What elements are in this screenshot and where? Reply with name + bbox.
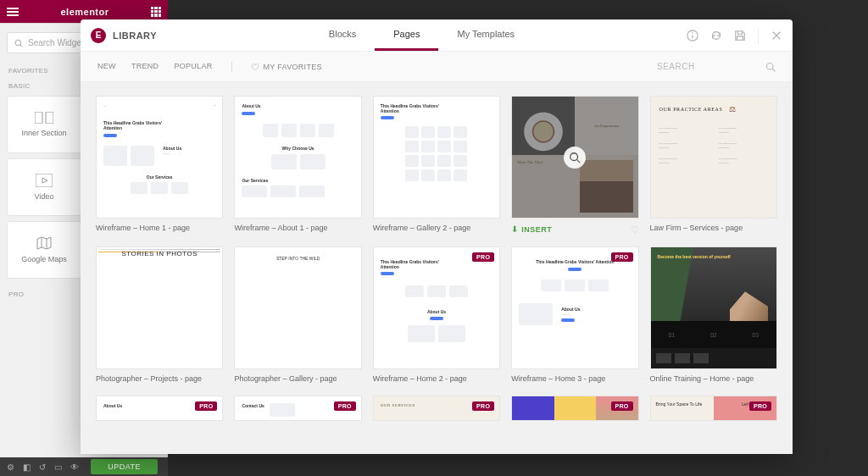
modal-header: E LIBRARY Blocks Pages My Templates [81,19,793,52]
widget-google-maps[interactable]: Google Maps [7,221,81,279]
svg-line-13 [577,159,581,163]
svg-line-1 [20,44,23,47]
brand-label: elementor [60,7,108,17]
filter-bar: NEW TREND POPULAR MY FAVORITES [97,62,322,72]
template-search[interactable] [657,62,776,72]
insert-button[interactable]: INSERT [521,225,552,234]
map-icon [36,236,53,250]
template-card[interactable]: PRO [511,396,638,421]
templates-grid: —• This Headline Grabs Visitors' Attenti… [96,96,777,421]
template-label: Wireframe – Home 3 - page [511,374,638,385]
template-thumb: —• This Headline Grabs Visitors' Attenti… [96,96,223,219]
header-actions [687,27,782,44]
preview-icon[interactable]: 👁 [70,462,79,472]
search-icon [765,62,776,72]
svg-rect-6 [36,174,53,187]
filter-popular[interactable]: POPULAR [174,62,212,72]
filter-divider [231,62,232,72]
download-icon: ⬇ [511,224,518,234]
pro-badge: PRO [472,252,494,262]
editor-footer: ⚙ ◧ ↺ ▭ 👁 UPDATE [0,457,168,476]
history-icon[interactable]: ↺ [39,462,46,472]
template-thumb: PRO Bring Your Space To LifeLet's Talk A… [650,396,777,421]
pro-badge: PRO [334,401,356,411]
update-button[interactable]: UPDATE [91,459,158,474]
widget-inner-section[interactable]: Inner Section [7,96,81,153]
filter-my-favorites[interactable]: MY FAVORITES [251,62,322,72]
pro-badge: PRO [195,401,217,411]
search-icon [14,39,23,47]
modal-subheader: NEW TREND POPULAR MY FAVORITES [81,52,793,82]
header-divider [758,27,759,44]
template-label: Photographer – Projects - page [96,374,223,385]
heart-icon [251,63,259,71]
widget-video[interactable]: Video [7,158,81,216]
template-label: Wireframe – Gallery 2 - page [373,224,500,234]
template-thumb: OUR PRACTICE AREAS⚖ — ———————— ——————— —… [650,96,777,219]
pro-badge: PRO [611,401,633,411]
save-icon[interactable] [734,30,746,42]
template-card[interactable]: PRO Bring Your Space To LifeLet's Talk A… [650,396,777,421]
template-card[interactable]: PRO Contact Us [234,396,361,421]
template-card[interactable]: An Experience Meet The Chef ⬇INSERT ♡ [511,96,638,235]
filter-trend[interactable]: TREND [131,62,159,72]
responsive-icon[interactable]: ▭ [54,462,62,472]
template-card[interactable]: STORIES IN PHOTOS Photographer – Project… [96,246,223,385]
sync-icon[interactable] [710,30,722,42]
template-thumb: About Us Why Choose Us Our Services [234,96,361,219]
magnify-icon[interactable] [564,147,586,169]
template-label: Wireframe – Home 2 - page [373,374,500,385]
favorite-icon[interactable]: ♡ [631,224,639,235]
template-card[interactable]: PRO Become the best version of yourself … [650,246,777,385]
template-label: Law Firm – Services - page [650,224,777,234]
svg-point-9 [692,32,693,33]
template-thumb: PRO This Headline Grabs Visitors' Attent… [373,246,500,369]
gavel-icon: ⚖ [729,105,736,113]
hamburger-icon[interactable] [7,8,19,16]
template-thumb: PRO OUR SERVICES [373,396,500,421]
svg-line-11 [772,69,775,71]
template-thumb: An Experience Meet The Chef [511,96,638,219]
tab-pages[interactable]: Pages [375,19,438,51]
template-thumb: STEP INTO THE WILD [234,246,361,369]
inner-section-icon [35,112,53,124]
template-label: Photographer – Gallery - page [234,374,361,385]
template-label: ⬇INSERT ♡ [511,224,638,235]
library-modal: E LIBRARY Blocks Pages My Templates NEW … [81,19,793,454]
template-card[interactable]: This Headline Grabs Visitors' Attention … [373,96,500,235]
template-card[interactable]: PRO About Us [96,396,223,421]
svg-rect-3 [46,112,53,124]
filter-new[interactable]: NEW [97,62,116,72]
template-card[interactable]: About Us Why Choose Us Our Services Wire… [234,96,361,235]
elementor-logo-icon: E [91,28,106,43]
modal-title: LIBRARY [113,30,157,41]
info-icon[interactable] [687,30,698,42]
pro-badge: PRO [749,401,771,411]
tab-blocks[interactable]: Blocks [310,19,375,51]
template-thumb: PRO About Us [96,396,223,421]
template-label: Wireframe – About 1 - page [234,224,361,234]
template-card[interactable]: STEP INTO THE WILD Photographer – Galler… [234,246,361,385]
svg-point-0 [15,40,20,45]
template-thumb: PRO [511,396,638,421]
template-card[interactable]: PRO This Headline Grabs Visitors' Attent… [373,246,500,385]
navigator-icon[interactable]: ◧ [23,462,31,472]
close-icon[interactable] [771,30,782,42]
template-thumb: PRO Contact Us [234,396,361,421]
template-card[interactable]: —• This Headline Grabs Visitors' Attenti… [96,96,223,235]
template-label: Wireframe – Home 1 - page [96,224,223,234]
svg-point-10 [767,63,774,69]
template-card[interactable]: OUR PRACTICE AREAS⚖ — ———————— ——————— —… [650,96,777,235]
pro-badge: PRO [472,401,494,411]
template-card[interactable]: PRO OUR SERVICES [373,396,500,421]
template-search-input[interactable] [657,62,759,71]
tab-my-templates[interactable]: My Templates [438,19,533,51]
templates-scroll[interactable]: —• This Headline Grabs Visitors' Attenti… [81,82,793,454]
preview-overlay [512,97,637,218]
pro-badge: PRO [611,252,633,262]
template-label: Online Training – Home - page [650,374,777,385]
svg-rect-2 [35,112,42,124]
widgets-grid-icon[interactable] [151,7,161,17]
settings-icon[interactable]: ⚙ [7,462,14,472]
template-card[interactable]: PRO This Headline Grabs Visitors' Attent… [511,246,638,385]
